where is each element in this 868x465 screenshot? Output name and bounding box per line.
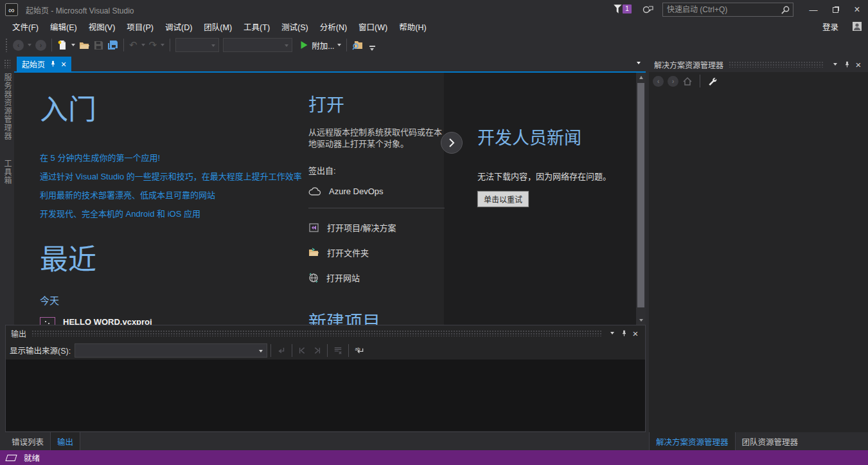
- menu-help[interactable]: 帮助(H): [393, 19, 432, 34]
- clear-all-button[interactable]: [331, 344, 345, 357]
- menu-analyze[interactable]: 分析(N): [314, 19, 353, 34]
- panel-dropdown-button[interactable]: [607, 327, 618, 339]
- scrollbar-thumb[interactable]: [637, 83, 644, 307]
- news-next-page-button[interactable]: [441, 132, 463, 154]
- quick-launch-input[interactable]: [663, 3, 777, 16]
- navigate-backward-button[interactable]: ‹: [11, 37, 26, 53]
- undo-dropdown[interactable]: [139, 37, 147, 53]
- open-website-link[interactable]: 打开网站: [308, 271, 445, 284]
- status-text: 就绪: [24, 451, 40, 464]
- cpp-project-icon: [40, 317, 55, 325]
- menu-tools[interactable]: 工具(T): [238, 19, 276, 34]
- pin-icon[interactable]: [49, 60, 57, 68]
- tab-error-list[interactable]: 错误列表: [5, 432, 50, 451]
- open-file-button[interactable]: [77, 37, 92, 53]
- tab-start-page[interactable]: 起始页 ×: [17, 57, 71, 71]
- next-message-button[interactable]: [310, 344, 324, 357]
- menu-project[interactable]: 项目(P): [121, 19, 159, 34]
- menu-view[interactable]: 视图(V): [83, 19, 121, 34]
- link-build-first-app[interactable]: 在 5 分钟内生成你的第一个应用!: [40, 152, 310, 164]
- solution-platforms-combobox[interactable]: [223, 38, 292, 52]
- output-source-combobox[interactable]: [75, 343, 267, 358]
- solution-configurations-combobox[interactable]: [175, 38, 219, 52]
- scrollbar-up-button[interactable]: [636, 73, 646, 82]
- recent-project-item[interactable]: HELLO WORD.vcxproj D:\VS2015\HELLO WORD\…: [40, 317, 310, 325]
- open-folder-link[interactable]: 打开文件夹: [308, 246, 445, 259]
- goto-source-button[interactable]: [274, 344, 288, 357]
- chevron-right-icon: [448, 138, 455, 147]
- menu-test[interactable]: 测试(S): [276, 19, 314, 34]
- link-android-ios-apps[interactable]: 开发现代、完全本机的 Android 和 iOS 应用: [40, 208, 310, 220]
- menu-team[interactable]: 团队(M): [198, 19, 238, 34]
- link-deploy-website[interactable]: 利用最新的技术部署漂亮、低成本且可靠的网站: [40, 190, 310, 201]
- news-error-text: 无法下载内容，因为网络存在问题。: [477, 170, 636, 182]
- restore-icon: [833, 7, 838, 13]
- document-well-dropdown[interactable]: [637, 62, 641, 64]
- play-icon: [300, 41, 308, 50]
- sidebar-tab-toolbox[interactable]: 工具箱: [0, 154, 15, 190]
- sign-in-button[interactable]: 登录: [822, 21, 838, 33]
- new-file-icon: [57, 40, 67, 50]
- sidebar-tab-server-explorer[interactable]: 服务器资源管理器: [0, 68, 15, 145]
- menu-edit[interactable]: 编辑(E): [44, 19, 83, 34]
- redo-button[interactable]: ↷: [147, 37, 159, 53]
- redo-dropdown[interactable]: [159, 37, 166, 53]
- minimize-button[interactable]: —: [802, 1, 824, 18]
- document-well: 起始页 × 开发人员新闻 无法下载内容，因为网络存在问题。 单击以重试: [14, 57, 646, 325]
- account-button[interactable]: [850, 19, 864, 33]
- forward-button[interactable]: ›: [668, 76, 678, 87]
- home-icon[interactable]: [682, 77, 693, 86]
- panel-pin-button[interactable]: [841, 59, 853, 70]
- section-divider: [308, 208, 445, 208]
- word-wrap-button[interactable]: ab: [352, 344, 366, 357]
- start-page-scrollbar[interactable]: [636, 73, 646, 325]
- save-icon: [94, 41, 103, 50]
- tab-team-explorer[interactable]: 团队资源管理器: [736, 432, 805, 451]
- solution-explorer-titlebar[interactable]: 解决方案资源管理器 ×: [649, 57, 868, 72]
- navigate-forward-button[interactable]: ›: [33, 37, 48, 53]
- previous-message-button[interactable]: [296, 344, 310, 357]
- scrollbar-down-button[interactable]: [636, 315, 646, 325]
- undo-button[interactable]: ↶: [127, 37, 139, 53]
- save-all-button[interactable]: [105, 37, 120, 53]
- output-content[interactable]: [6, 360, 645, 431]
- document-tab-row: 起始页 ×: [14, 57, 646, 71]
- menu-window[interactable]: 窗口(W): [353, 19, 393, 34]
- restore-button[interactable]: [824, 1, 846, 18]
- recent-title: 最近: [40, 237, 310, 278]
- tab-solution-explorer[interactable]: 解决方案资源管理器: [649, 432, 736, 452]
- panel-close-button[interactable]: ×: [853, 59, 864, 70]
- azure-devops-link[interactable]: Azure DevOps: [308, 187, 445, 196]
- close-tab-icon[interactable]: ×: [61, 60, 66, 69]
- output-titlebar[interactable]: 输出 ×: [6, 325, 645, 341]
- quick-launch-box: [662, 3, 793, 17]
- notifications-button[interactable]: 1: [612, 3, 625, 16]
- panel-pin-button[interactable]: [618, 327, 630, 339]
- start-debug-button[interactable]: 附加...: [298, 37, 342, 53]
- retry-button[interactable]: 单击以重试: [477, 191, 529, 207]
- save-button[interactable]: [92, 37, 105, 53]
- close-button[interactable]: ×: [846, 1, 868, 18]
- link-tips-and-tricks[interactable]: 通过针对 Visual Studio 的一些提示和技巧，在最大程度上提升工作效率: [40, 171, 310, 183]
- open-project-link[interactable]: 打开项目/解决方案: [308, 221, 445, 233]
- new-file-dropdown[interactable]: [69, 37, 77, 53]
- solution-explorer-content[interactable]: [649, 90, 868, 432]
- search-icon: [781, 5, 790, 15]
- tab-output[interactable]: 输出: [50, 432, 80, 452]
- menu-debug[interactable]: 调试(D): [159, 19, 198, 34]
- menu-file[interactable]: 文件(F): [6, 19, 44, 34]
- panel-close-button[interactable]: ×: [630, 327, 641, 339]
- new-file-button[interactable]: [55, 37, 69, 53]
- find-in-files-button[interactable]: [350, 37, 366, 53]
- navigate-backward-dropdown[interactable]: [26, 37, 33, 53]
- back-button[interactable]: ‹: [653, 76, 664, 87]
- panel-dropdown-button[interactable]: [829, 59, 841, 70]
- properties-wrench-icon[interactable]: [707, 77, 717, 86]
- toolbar-grip[interactable]: [5, 38, 8, 52]
- cloud-icon: [308, 187, 321, 196]
- feedback-button[interactable]: [642, 5, 653, 15]
- new-project-title: 新建项目: [308, 308, 445, 325]
- status-icon: [5, 455, 17, 461]
- toolbar-overflow-button[interactable]: [369, 46, 375, 51]
- feedback-smiley-icon: [642, 5, 653, 15]
